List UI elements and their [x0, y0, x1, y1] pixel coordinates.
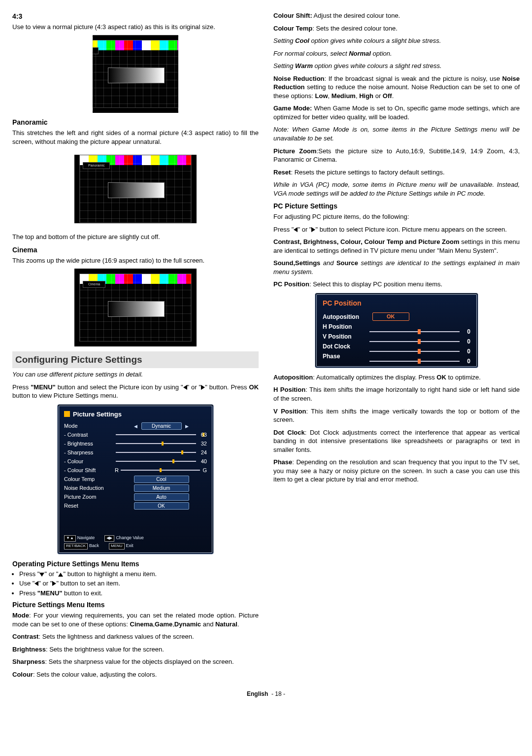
osd-shift-R: R: [115, 467, 119, 474]
osd-slider-value: 63: [198, 431, 207, 439]
heading-4-3: 4:3: [12, 12, 259, 21]
item-colour-temp: Colour Temp: Sets the desired colour ton…: [273, 24, 520, 33]
osd-mode-row[interactable]: Mode ◀ Dynamic ▶: [64, 421, 207, 430]
item-colour: Colour: Sets the colour value, adjusting…: [12, 670, 259, 679]
item-sharpness: Sharpness: Sets the sharpness value for …: [12, 657, 259, 666]
osd-shift-G: G: [202, 467, 207, 474]
figure-panoramic: Panoramic: [74, 150, 197, 228]
pcpos-slider-row[interactable]: H Position0: [323, 322, 470, 332]
osd-pill-row[interactable]: Picture ZoomAuto: [64, 492, 207, 501]
heading-configuring: Configuring Picture Settings: [12, 351, 259, 368]
pcpos-auto-label: Autoposition: [323, 313, 369, 321]
pcpos-autoposition-row[interactable]: Autoposition OK: [323, 312, 470, 322]
item-mode: Mode: For your viewing requirements, you…: [12, 611, 259, 628]
item-v-position: V Position: This item shifts the image v…: [273, 407, 520, 424]
page-footer: English - 18 -: [12, 690, 520, 698]
item-picture-zoom: Picture Zoom:Sets the picture size to Au…: [273, 147, 520, 164]
text-cinema: This zooms up the wide picture (16:9 asp…: [12, 256, 259, 265]
back-key-icon: RET/BACK: [64, 543, 88, 550]
figure-4-3-label: 4:3: [83, 47, 99, 54]
osd-slider-value: 40: [198, 458, 207, 465]
pcpos-slider-row[interactable]: Dot Clock0: [323, 342, 470, 351]
footer-language: English: [247, 690, 268, 697]
pcpos-slider-value: 0: [462, 338, 470, 345]
item-autoposition: Autoposition: Automatically optimizes th…: [273, 373, 520, 382]
text-4-3: Use to view a normal picture (4:3 aspect…: [12, 23, 259, 32]
pcpos-slider-row[interactable]: V Position0: [323, 332, 470, 342]
osd-title-icon: [64, 411, 70, 417]
osd-slider-value: 24: [198, 449, 207, 456]
osd-pill-row[interactable]: Noise ReductionMedium: [64, 483, 207, 492]
change-keys-icon: ◀▶: [104, 535, 114, 542]
osd-slider-label: - Sharpness: [64, 449, 116, 456]
figure-4-3: 4:3: [74, 35, 197, 113]
osd-colour-shift-row[interactable]: - Colour Shift R G: [64, 466, 207, 475]
figure-panoramic-label: Panoramic: [83, 162, 110, 169]
pcpos-slider-row[interactable]: Phase0: [323, 351, 470, 361]
pc-text-3: Contrast, Brightness, Colour, Colour Tem…: [273, 238, 520, 255]
text-config-steps: Press "MENU" button and select the Pictu…: [12, 383, 259, 400]
osd-colour-shift-label: - Colour Shift: [64, 467, 116, 474]
heading-items: Picture Settings Menu Items: [12, 600, 259, 610]
osd-pill-value: Auto: [134, 493, 189, 501]
figure-cinema: Cinema: [74, 269, 197, 346]
right-column: Colour Shift: Adjust the desired colour …: [273, 10, 520, 683]
osd-pill-label: Colour Temp: [64, 476, 116, 483]
list-item: Press "" or "" button to highlight a men…: [19, 570, 259, 579]
list-item: Use "" or "" button to set an item.: [19, 579, 259, 588]
pcpos-slider-value: 0: [462, 328, 470, 336]
osd-slider-row[interactable]: - Brightness32: [64, 439, 207, 448]
osd-pill-label: Picture Zoom: [64, 493, 116, 501]
osd-help-bar-2: RET/BACKBack MENUExit: [64, 543, 207, 550]
osd-slider-row[interactable]: - Contrast63: [64, 430, 207, 439]
osd-slider-row[interactable]: - Colour40: [64, 457, 207, 466]
item-contrast: Contrast: Sets the lightness and darknes…: [12, 632, 259, 641]
osd-pill-row[interactable]: Colour TempCool: [64, 475, 207, 483]
text-panoramic-2: The top and bottom of the picture are sl…: [12, 233, 259, 241]
osd-title: Picture Settings: [64, 410, 207, 419]
text-panoramic: This stretches the left and right sides …: [12, 129, 259, 146]
right-arrow-icon: [201, 385, 205, 390]
pcpos-slider-label: Phase: [323, 352, 369, 360]
note-cool: Setting Cool option gives white colours …: [273, 36, 520, 45]
pc-text-4: Sound,Settings and Source settings are i…: [273, 259, 520, 276]
page-columns: 4:3 Use to view a normal picture (4:3 as…: [12, 10, 520, 683]
item-phase: Phase: Depending on the resolution and s…: [273, 458, 520, 484]
figure-cinema-label: Cinema: [83, 281, 105, 287]
osd-pc-position: PC Position Autoposition OK H Position0V…: [315, 293, 478, 368]
operating-list: Press "" or "" button to highlight a men…: [12, 570, 259, 598]
osd-slider-label: - Colour: [64, 458, 116, 465]
osd-slider-row[interactable]: - Sharpness24: [64, 448, 207, 457]
pcpos-ok-button[interactable]: OK: [372, 312, 409, 321]
heading-cinema: Cinema: [12, 245, 259, 255]
heading-operating: Operating Picture Settings Menu Items: [12, 559, 259, 569]
heading-pc-picture: PC Picture Settings: [273, 202, 520, 211]
pcpos-slider-label: V Position: [323, 333, 369, 341]
footer-page-number: - 18 -: [271, 690, 285, 697]
osd-pill-row[interactable]: ResetOK: [64, 501, 207, 510]
nav-keys-icon: ▼▲: [64, 535, 76, 542]
pc-text-1: For adjusting PC picture items, do the f…: [273, 212, 520, 221]
item-game-mode: Game Mode: When Game Mode is set to On, …: [273, 104, 520, 121]
pcpos-slider-label: Dot Clock: [323, 343, 369, 350]
osd-mode-left-icon[interactable]: ◀: [132, 424, 139, 429]
item-h-position: H Position: This item shifts the image h…: [273, 385, 520, 403]
up-arrow-icon: [58, 573, 63, 577]
item-reset: Reset: Resets the picture settings to fa…: [273, 168, 520, 177]
osd-slider-label: - Brightness: [64, 440, 116, 447]
list-item: Press "MENU" button to exit.: [19, 589, 259, 598]
pcpos-slider-value: 0: [462, 357, 470, 365]
note-normal: For normal colours, select Normal option…: [273, 49, 520, 58]
osd-pill-label: Reset: [64, 502, 116, 510]
pc-text-2: Press "" or "" button to select Picture …: [273, 225, 520, 234]
osd-mode-label: Mode: [64, 422, 116, 430]
osd-slider-label: - Contrast: [64, 431, 116, 439]
text-config-intro: You can use different picture settings i…: [12, 370, 259, 379]
osd-mode-right-icon[interactable]: ▶: [183, 424, 191, 429]
osd-pill-value: Medium: [134, 484, 189, 492]
down-arrow-icon: [39, 573, 44, 577]
osd-slider-value: 32: [198, 440, 207, 447]
item-colour-shift: Colour Shift: Adjust the desired colour …: [273, 11, 520, 20]
pcpos-title: PC Position: [323, 299, 470, 308]
heading-panoramic: Panoramic: [12, 118, 259, 127]
